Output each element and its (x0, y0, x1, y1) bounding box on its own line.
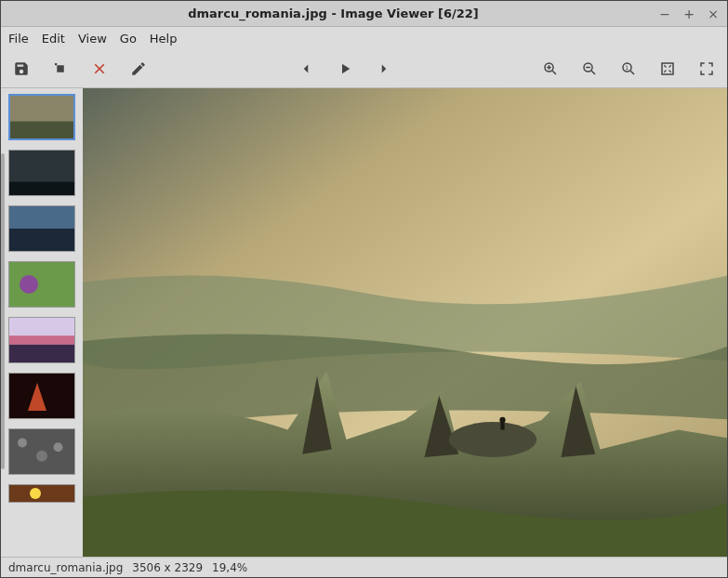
window-controls: − + × (658, 7, 720, 21)
svg-rect-10 (9, 229, 74, 251)
svg-rect-6 (10, 122, 73, 138)
svg-rect-13 (9, 318, 74, 335)
menu-file[interactable]: File (8, 32, 29, 46)
zoom-out-button[interactable] (578, 58, 601, 80)
prev-button[interactable] (295, 58, 317, 80)
zoom-out-icon (581, 60, 598, 77)
zoom-fit-icon (659, 60, 676, 77)
thumbnail-scrollbar[interactable] (1, 153, 5, 469)
thumbnail-4[interactable] (8, 261, 75, 308)
zoom-original-icon: 1 (620, 60, 637, 77)
next-button[interactable] (373, 58, 395, 80)
menu-view[interactable]: View (78, 32, 107, 46)
main-image (83, 88, 727, 557)
svg-rect-21 (9, 485, 74, 502)
svg-rect-26 (500, 420, 504, 430)
menu-edit[interactable]: Edit (42, 32, 65, 46)
svg-rect-9 (9, 206, 74, 229)
rotate-button[interactable] (49, 58, 72, 80)
status-zoom: 19,4% (212, 561, 247, 574)
svg-point-19 (36, 451, 47, 462)
play-button[interactable] (334, 58, 356, 80)
zoom-in-icon (542, 60, 559, 77)
next-icon (376, 60, 392, 77)
window-title: dmarcu_romania.jpg - Image Viewer [6/22] (8, 7, 658, 20)
play-icon (337, 60, 353, 77)
svg-rect-15 (9, 345, 74, 362)
svg-text:1: 1 (625, 63, 629, 70)
svg-point-24 (449, 422, 537, 457)
edit-button[interactable] (127, 58, 150, 80)
fullscreen-button[interactable] (695, 58, 718, 80)
thumbnail-3[interactable] (8, 205, 75, 252)
status-filename: dmarcu_romania.jpg (8, 561, 123, 574)
thumbnail-panel[interactable] (1, 88, 83, 557)
svg-rect-4 (662, 63, 673, 74)
close-button[interactable]: × (707, 7, 720, 21)
zoom-fit-button[interactable] (656, 58, 679, 80)
svg-point-20 (54, 442, 63, 452)
save-button[interactable] (10, 58, 33, 80)
svg-rect-14 (9, 335, 74, 345)
delete-button[interactable] (88, 58, 111, 80)
status-dimensions: 3506 x 2329 (132, 561, 203, 574)
maximize-button[interactable]: + (682, 7, 695, 21)
thumbnail-8[interactable] (8, 484, 75, 503)
menu-go[interactable]: Go (120, 32, 137, 46)
thumbnail-5[interactable] (8, 317, 75, 363)
thumbnail-1[interactable] (8, 94, 75, 140)
svg-point-18 (18, 438, 27, 447)
svg-rect-16 (9, 374, 74, 418)
prev-icon (298, 60, 314, 77)
app-window: dmarcu_romania.jpg - Image Viewer [6/22]… (0, 0, 728, 578)
zoom-original-button[interactable]: 1 (617, 58, 640, 80)
menu-help[interactable]: Help (150, 32, 178, 46)
save-icon (13, 60, 30, 77)
content-area (1, 88, 727, 557)
edit-icon (130, 60, 147, 77)
fullscreen-icon (698, 60, 715, 77)
thumbnail-7[interactable] (8, 428, 75, 475)
svg-rect-8 (9, 182, 74, 195)
zoom-in-button[interactable] (539, 58, 562, 80)
menubar: File Edit View Go Help (1, 27, 727, 49)
thumbnail-2[interactable] (8, 150, 75, 196)
svg-rect-11 (9, 262, 74, 307)
image-viewer[interactable] (83, 88, 727, 557)
titlebar[interactable]: dmarcu_romania.jpg - Image Viewer [6/22]… (1, 1, 727, 27)
statusbar: dmarcu_romania.jpg 3506 x 2329 19,4% (1, 557, 727, 577)
thumbnail-6[interactable] (8, 373, 75, 419)
toolbar: 1 (1, 49, 727, 88)
svg-point-12 (20, 275, 38, 294)
delete-icon (91, 60, 108, 77)
minimize-button[interactable]: − (658, 7, 671, 21)
rotate-icon (52, 60, 69, 77)
svg-point-22 (30, 488, 41, 499)
